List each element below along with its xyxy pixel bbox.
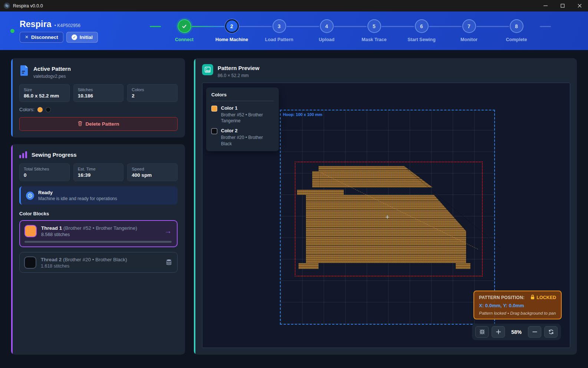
clock-icon xyxy=(26,192,34,200)
app-logo-icon xyxy=(4,3,10,9)
stat-speed: Speed 400 spm xyxy=(127,163,178,181)
legend-color-name: Color 2 xyxy=(221,128,274,133)
trash-icon xyxy=(78,121,82,127)
preview-canvas[interactable]: Hoop: 100 x 100 mm + xyxy=(202,83,570,348)
thread-stitch-count: 8.568 stitches xyxy=(41,232,137,237)
step-number: 7 xyxy=(462,19,476,33)
thread-2-swatch xyxy=(24,256,36,269)
stepper-connector xyxy=(429,26,462,27)
thread-1-block[interactable]: Thread 1 (Brother #52 • Brother Tangerin… xyxy=(19,220,178,247)
bar-chart-icon xyxy=(19,151,27,158)
image-icon xyxy=(202,64,213,75)
hoop-outline: Hoop: 100 x 100 mm + xyxy=(280,110,495,325)
step-mask-trace[interactable]: 5 Mask Trace xyxy=(351,19,397,42)
arrow-right-icon: → xyxy=(164,227,172,235)
layers-icon xyxy=(166,258,172,267)
fit-to-screen-button[interactable] xyxy=(475,326,489,338)
pattern-position-overlay: PATTERN POSITION: LOCKED X: 0.0mm, Y: 0.… xyxy=(473,291,562,319)
legend-color-desc: Brother #52 • Brother Tangerine xyxy=(221,112,274,124)
step-label: Load Pattern xyxy=(265,37,293,42)
stat-value: 2 xyxy=(132,93,173,99)
step-number: 5 xyxy=(367,19,381,33)
step-home-machine[interactable]: 2 Home Machine xyxy=(208,19,255,42)
pattern-coordinates: X: 0.0mm, Y: 0.0mm xyxy=(479,303,556,308)
file-icon xyxy=(19,65,29,77)
legend-color-desc: Brother #20 • Brother Black xyxy=(221,135,274,146)
pattern-filename: valetudogv2.pes xyxy=(33,74,71,79)
delete-pattern-button[interactable]: Delete Pattern xyxy=(19,117,178,131)
zoom-level: 58% xyxy=(508,329,525,335)
stat-value: 10.186 xyxy=(78,93,119,99)
stat-total-stitches: Total Stitches 0 xyxy=(19,163,70,181)
stat-label: Stitches xyxy=(78,87,119,92)
card-accent xyxy=(194,58,195,355)
disconnect-label: Disconnect xyxy=(31,34,58,40)
disconnect-button[interactable]: ✕ Disconnect xyxy=(20,32,63,43)
legend-item-color1: Color 1 Brother #52 • Brother Tangerine xyxy=(211,105,274,124)
status-title: Ready xyxy=(38,190,117,195)
step-start-sewing[interactable]: 6 Start Sewing xyxy=(398,19,445,42)
thread-2-block[interactable]: Thread 2 (Brother #20 • Brother Black) 1… xyxy=(19,252,178,273)
card-accent xyxy=(11,144,13,355)
thread-1-swatch xyxy=(24,225,37,237)
pattern-stitches xyxy=(312,171,320,188)
stepper-connector xyxy=(239,26,272,27)
workflow-stepper: Connect 2 Home Machine 3 Load Pattern 4 … xyxy=(150,19,551,42)
thread-detail: (Brother #20 • Brother Black) xyxy=(63,257,127,262)
stat-value: 0 xyxy=(24,172,65,178)
zoom-in-button[interactable] xyxy=(492,326,505,338)
app-title: Respira v0.0.0 xyxy=(13,3,43,9)
thread-progress-bar xyxy=(24,241,172,243)
step-label: Upload xyxy=(319,37,334,42)
legend-item-color2: Color 2 Brother #20 • Brother Black xyxy=(211,128,274,146)
header: Respira • K4P502956 ✕ Disconnect ✓ Initi… xyxy=(0,11,588,50)
close-button[interactable] xyxy=(571,0,588,11)
hoop-center-crosshair: + xyxy=(385,213,389,221)
stat-colors: Colors 2 xyxy=(127,84,178,102)
thread-detail: (Brother #52 • Brother Tangerine) xyxy=(63,225,137,231)
step-load-pattern[interactable]: 3 Load Pattern xyxy=(256,19,303,42)
stat-size: Size 86.0 x 52.2 mm xyxy=(19,84,70,102)
colors-label: Colors: xyxy=(19,107,34,112)
reset-view-button[interactable] xyxy=(544,326,558,338)
step-number: 6 xyxy=(415,19,429,33)
stat-est-time: Est. Time 16:39 xyxy=(73,163,124,181)
thread-name: Thread 2 xyxy=(41,257,62,262)
zoom-out-button[interactable] xyxy=(528,326,541,338)
step-monitor[interactable]: 7 Monitor xyxy=(446,19,492,42)
step-complete[interactable]: 8 Complete xyxy=(493,19,540,42)
pattern-dimensions: 86.0 × 52.2 mm xyxy=(218,73,260,78)
legend-swatch-black xyxy=(211,128,217,134)
step-label: Monitor xyxy=(460,37,478,42)
thread-stitch-count: 1.618 stitches xyxy=(41,263,127,269)
step-number: 4 xyxy=(320,19,334,33)
titlebar: Respira v0.0.0 xyxy=(0,0,588,11)
pan-hint: Pattern locked • Drag background to pan xyxy=(479,311,556,315)
stat-label: Colors xyxy=(132,87,173,92)
legend-swatch-tangerine xyxy=(211,106,217,112)
step-number: 2 xyxy=(225,19,239,33)
stepper-connector xyxy=(476,26,509,27)
position-label: PATTERN POSITION: xyxy=(479,295,525,300)
locked-label: LOCKED xyxy=(536,295,556,300)
pattern-stitches xyxy=(306,195,466,263)
initial-button[interactable]: ✓ Initial xyxy=(66,32,98,43)
step-label: Mask Trace xyxy=(361,37,386,42)
connection-status-dot xyxy=(10,29,14,33)
maximize-button[interactable] xyxy=(554,0,571,11)
hoop-size-label: Hoop: 100 x 100 mm xyxy=(283,112,322,117)
step-label: Connect xyxy=(175,37,194,42)
stepper-connector xyxy=(334,26,367,27)
stepper-connector xyxy=(287,26,319,27)
pattern-stitches xyxy=(297,190,344,195)
minimize-button[interactable] xyxy=(537,0,554,11)
pattern-stitches xyxy=(456,263,470,269)
step-upload[interactable]: 4 Upload xyxy=(303,19,350,42)
stepper-connector xyxy=(381,26,414,27)
zoom-toolbar: 58% xyxy=(472,324,561,340)
stat-label: Est. Time xyxy=(78,167,119,171)
step-label: Start Sewing xyxy=(407,37,436,42)
color-dot-black xyxy=(46,107,51,112)
pattern-preview-card: Pattern Preview 86.0 × 52.2 mm Hoop: 100… xyxy=(194,58,577,355)
step-connect[interactable]: Connect xyxy=(161,19,208,42)
